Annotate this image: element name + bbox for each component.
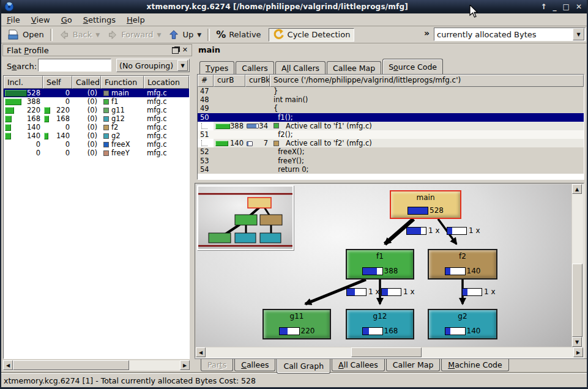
table-row[interactable]: 388 0 (0) f1 mfg.c (4, 97, 189, 106)
column-called[interactable]: Called (72, 76, 101, 89)
combobox-arrow-icon[interactable]: ▼ (177, 60, 188, 71)
flat-profile-dock: Flat Profile ✕ Search: (No Grouping) ▼ I… (2, 44, 192, 372)
dock-close-icon[interactable]: ✕ (182, 47, 188, 53)
back-dropdown-icon[interactable]: ▼ (95, 32, 100, 38)
function-color-icon (274, 123, 279, 128)
statusbar: xtmemory.kcg.6274 [1] - Total currently … (1, 373, 587, 387)
source-line[interactable]: 54 return 0; (198, 165, 584, 174)
menu-file[interactable]: File (1, 15, 26, 25)
scroll-left-icon[interactable]: ◀ (3, 360, 13, 370)
search-row: Search: (No Grouping) ▼ (2, 59, 192, 73)
column-function[interactable]: Function (101, 76, 144, 89)
scroll-up-icon[interactable]: ▲ (572, 184, 582, 194)
cycle-detection-button[interactable]: Cycle Detection (269, 28, 355, 42)
column-curb[interactable]: curB (214, 75, 245, 87)
graph-node-f1[interactable]: f1 388 (346, 249, 414, 280)
scroll-right-icon[interactable]: ▶ (573, 347, 583, 357)
function-tabs: Types Callers All Callers Callee Map Sou… (199, 59, 444, 74)
menu-view[interactable]: View (26, 15, 56, 25)
tab-machine-code[interactable]: Machine Code (441, 359, 508, 371)
column-incl[interactable]: Incl. (4, 76, 43, 89)
scroll-left-icon[interactable]: ◀ (196, 347, 206, 357)
relative-toggle-button[interactable]: % Relative (212, 28, 264, 42)
tab-all-callees[interactable]: All Callees (332, 359, 385, 371)
active-call-row[interactable]: 140 7 Active call to 'f2' (mfg.c) (198, 139, 584, 147)
dock-float-icon[interactable] (172, 47, 179, 54)
horizontal-scrollbar[interactable]: ◀ ▶ (3, 360, 190, 371)
scrollbar-thumb[interactable] (13, 360, 129, 370)
graph-node-g2[interactable]: g2 140 (428, 309, 497, 339)
column-source[interactable]: Source ('/home/philippe/valgrind/littlep… (270, 75, 584, 87)
tab-callees[interactable]: Callees (234, 359, 275, 371)
menubar: File View Go Settings Help (1, 13, 587, 26)
tab-source-code[interactable]: Source Code (382, 59, 443, 74)
event-type-combobox[interactable]: currently allocated Bytes ▼ (434, 28, 586, 41)
function-color-icon (103, 150, 109, 156)
maximize-button[interactable]: □ (563, 1, 570, 13)
menu-help[interactable]: Help (121, 15, 151, 25)
scrollbar-thumb[interactable] (572, 264, 582, 337)
source-line[interactable]: 52 freeX(); (198, 147, 584, 156)
table-row[interactable]: 140 140 (0) g2 mfg.c (4, 132, 189, 140)
tab-all-callers[interactable]: All Callers (275, 61, 326, 74)
function-color-icon (103, 91, 109, 96)
source-line[interactable]: 51 f2(); (198, 130, 584, 139)
percent-icon: % (216, 29, 226, 40)
tab-parts: Parts (201, 359, 233, 371)
function-color-icon (103, 142, 109, 147)
graph-node-g12[interactable]: g12 168 (346, 309, 414, 339)
column-line-number[interactable]: # (198, 75, 214, 87)
back-button[interactable]: Back▼ (55, 28, 103, 42)
table-row[interactable]: 0 0 (0) freeX mfg.c (4, 140, 189, 149)
grouping-combobox[interactable]: (No Grouping) ▼ (116, 59, 190, 72)
source-line[interactable]: 53 freeY(); (198, 157, 584, 165)
status-message: xtmemory.kcg.6274 [1] - Total currently … (4, 376, 256, 385)
tab-caller-map[interactable]: Caller Map (386, 359, 441, 371)
tab-types[interactable]: Types (199, 61, 234, 74)
toolbar-overflow-icon[interactable]: » (424, 28, 430, 38)
column-location[interactable]: Location (144, 76, 189, 89)
tab-call-graph[interactable]: Call Graph (277, 359, 330, 374)
close-button[interactable]: ✕ (576, 1, 582, 13)
table-row[interactable]: 0 0 (0) freeY mfg.c (4, 149, 189, 157)
column-self[interactable]: Self (43, 76, 72, 89)
menu-go[interactable]: Go (56, 15, 78, 25)
table-row[interactable]: 220 220 (0) g11 mfg.c (4, 106, 189, 114)
graph-node-main[interactable]: main 528 (390, 190, 461, 219)
table-row[interactable]: 168 168 (0) g12 mfg.c (4, 114, 189, 123)
up-dropdown-icon[interactable]: ▼ (197, 32, 201, 38)
table-row[interactable]: 528 0 (0) main mfg.c (4, 89, 189, 97)
combobox-arrow-icon[interactable]: ▼ (573, 28, 584, 40)
column-curbk[interactable]: curBk (245, 75, 270, 87)
toolbar-separator (207, 29, 210, 41)
graph-node-g11[interactable]: g11 220 (262, 309, 331, 339)
graph-node-f2[interactable]: f2 140 (428, 249, 497, 280)
graph-overview-minimap[interactable] (197, 185, 294, 250)
call-graph-canvas[interactable]: main 528 f1 388 f2 140 g11 220 g12 168 g… (196, 184, 571, 347)
function-color-icon (103, 125, 109, 130)
edge-label-f2-g2: 1 x (462, 287, 496, 296)
scroll-right-icon[interactable]: ▶ (180, 360, 190, 370)
tab-callers[interactable]: Callers (236, 61, 274, 74)
scrollbar-thumb[interactable] (351, 347, 422, 357)
source-line-selected[interactable]: 50 f1(); (198, 113, 584, 122)
minimize-button[interactable]: _ (553, 1, 557, 13)
source-line[interactable]: 48int main() (198, 95, 584, 104)
menu-settings[interactable]: Settings (78, 15, 121, 25)
up-button[interactable]: Up▼ (165, 28, 205, 42)
table-row[interactable]: 140 0 (0) f2 mfg.c (4, 123, 189, 132)
forward-button[interactable]: Forward▼ (103, 28, 165, 42)
function-color-icon (103, 99, 109, 105)
shade-button[interactable]: ↑ (541, 1, 547, 13)
active-call-row[interactable]: 388 34 Active call to 'f1' (mfg.c) (198, 122, 584, 130)
tab-callee-map[interactable]: Callee Map (327, 61, 381, 74)
source-line[interactable]: 49{ (198, 104, 584, 113)
open-button[interactable]: Open (4, 28, 48, 42)
function-color-icon (274, 141, 279, 146)
horizontal-scrollbar[interactable]: ◀ ▶ (196, 347, 583, 358)
search-input[interactable] (38, 59, 111, 72)
scroll-down-icon[interactable]: ▼ (572, 337, 582, 347)
vertical-scrollbar[interactable]: ▲ ▼ (572, 184, 583, 347)
forward-dropdown-icon[interactable]: ▼ (157, 32, 162, 38)
source-line[interactable]: 47} (198, 87, 584, 95)
